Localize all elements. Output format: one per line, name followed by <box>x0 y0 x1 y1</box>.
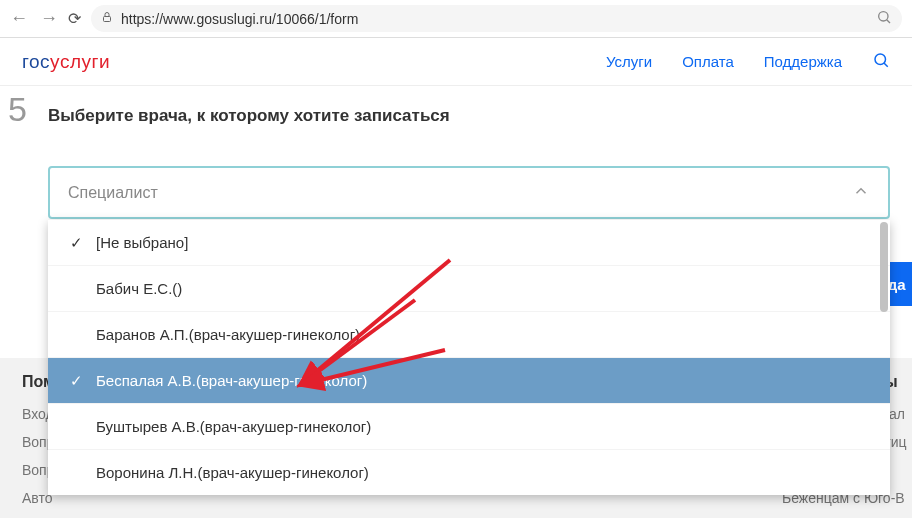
chevron-up-icon <box>852 182 870 203</box>
specialist-dropdown: ✓ [Не выбрано] Бабич Е.С.() Баранов А.П.… <box>48 220 890 495</box>
back-button[interactable]: ← <box>10 8 28 29</box>
option-item[interactable]: Воронина Л.Н.(врач-акушер-гинеколог) <box>48 449 890 495</box>
svg-line-4 <box>884 63 888 67</box>
svg-point-3 <box>875 54 886 65</box>
dropdown-scrollbar[interactable] <box>880 222 888 312</box>
url-text: https://www.gosuslugi.ru/10066/1/form <box>121 11 868 27</box>
reload-button[interactable]: ⟳ <box>68 9 81 28</box>
check-icon: ✓ <box>70 234 83 252</box>
search-icon[interactable] <box>872 51 890 72</box>
svg-point-1 <box>879 12 888 21</box>
option-item[interactable]: Буштырев А.В.(врач-акушер-гинеколог) <box>48 403 890 449</box>
forward-button[interactable]: → <box>40 8 58 29</box>
omnibox-search-icon[interactable] <box>876 9 892 28</box>
option-item[interactable]: Баранов А.П.(врач-акушер-гинеколог) <box>48 311 890 357</box>
specialist-select[interactable]: Специалист <box>48 166 890 219</box>
option-item[interactable]: Бабич Е.С.() <box>48 265 890 311</box>
lock-icon <box>101 11 113 26</box>
nav-payment[interactable]: Оплата <box>682 53 734 70</box>
address-bar[interactable]: https://www.gosuslugi.ru/10066/1/form <box>91 5 902 32</box>
select-placeholder: Специалист <box>68 184 158 202</box>
browser-toolbar: ← → ⟳ https://www.gosuslugi.ru/10066/1/f… <box>0 0 912 38</box>
site-header: госуслуги Услуги Оплата Поддержка <box>0 38 912 86</box>
nav-support[interactable]: Поддержка <box>764 53 842 70</box>
svg-rect-0 <box>104 17 111 22</box>
nav-services[interactable]: Услуги <box>606 53 652 70</box>
logo[interactable]: госуслуги <box>22 51 110 73</box>
step-title: Выберите врача, к которому хотите записа… <box>48 106 890 126</box>
svg-line-2 <box>887 20 890 23</box>
option-none[interactable]: ✓ [Не выбрано] <box>48 220 890 265</box>
check-icon: ✓ <box>70 372 83 390</box>
option-item-selected[interactable]: ✓ Беспалая А.В.(врач-акушер-гинеколог) <box>48 357 890 403</box>
step-number: 5 <box>8 90 27 129</box>
